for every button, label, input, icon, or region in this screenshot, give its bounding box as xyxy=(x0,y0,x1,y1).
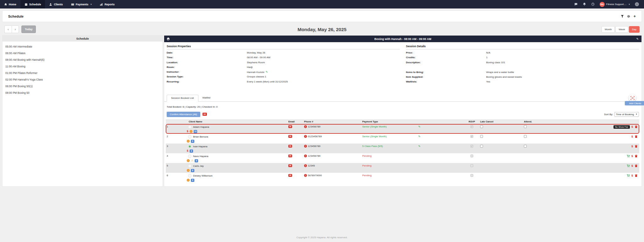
cart-icon[interactable] xyxy=(627,174,630,177)
late-cancel-checkbox[interactable] xyxy=(480,125,483,128)
cart-icon[interactable] xyxy=(627,164,630,167)
session-title: Boxing with Hannah - 08:00 AM - 09:00 AM xyxy=(164,37,641,41)
edit-payment-icon[interactable]: ✎ xyxy=(418,145,421,148)
filter-icon[interactable] xyxy=(621,15,624,18)
sidebar-session-item[interactable]: 06:00 AM Pilates xyxy=(3,50,163,57)
chat-icon[interactable] xyxy=(574,3,578,6)
sidebar-session-item[interactable]: 08:00 AM Boxing with Hannah(6) xyxy=(3,57,163,63)
section-title: Session Details xyxy=(406,45,639,49)
cart-icon[interactable] xyxy=(627,155,630,158)
arrow-circle-icon[interactable]: › xyxy=(635,2,639,6)
add-clients-button[interactable]: Add Clients xyxy=(625,101,644,105)
charge-fee-icon[interactable]: $ xyxy=(631,145,633,148)
alert-badge-icon: ! xyxy=(187,140,190,143)
sidebar-session-item[interactable]: 06:00 PM Boxing 50(1) xyxy=(3,83,163,90)
property-label: Description: xyxy=(406,61,486,64)
session-item-label: 05:00 AM Intermediate xyxy=(5,45,32,48)
barcode-scan-icon[interactable] xyxy=(629,94,636,102)
charge-fee-icon[interactable]: $ xyxy=(631,135,633,138)
tab-waitlist[interactable]: Waitlist xyxy=(198,95,214,102)
view-day-button[interactable]: Day xyxy=(629,26,640,33)
header-email: Email xyxy=(288,120,304,123)
delete-booking-icon[interactable] xyxy=(635,125,638,128)
email-icon[interactable]: ✉ xyxy=(288,155,292,157)
email-icon[interactable]: ✉ xyxy=(288,145,292,148)
delete-booking-icon[interactable] xyxy=(635,145,638,148)
phone-number: 0123456789 xyxy=(308,135,322,138)
property-value: N/A xyxy=(486,51,490,54)
plus-icon[interactable]: + xyxy=(633,15,636,18)
add-clients-group: Add Clients xyxy=(625,94,644,105)
sidebar-session-item[interactable]: 11:00 AM Boxing xyxy=(3,63,163,70)
client-name[interactable]: Brian Benoza xyxy=(193,135,208,138)
attend-checkbox[interactable] xyxy=(524,145,527,148)
view-week-button[interactable]: Week xyxy=(615,26,628,33)
sidebar-session-item[interactable]: 05:00 AM Intermediate xyxy=(3,43,163,50)
session-item-label: 11:00 AM Boxing xyxy=(5,65,25,68)
property-value: Monday, May 26 xyxy=(247,51,265,54)
phone-alert-icon: ! xyxy=(304,174,307,177)
edit-payment-icon[interactable]: ✎ xyxy=(418,135,421,138)
sidebar-session-item[interactable]: 08:00 PM Boxing 50 xyxy=(3,90,163,96)
confirm-attendance-button[interactable]: Confirm Attendance (All) xyxy=(167,112,200,117)
today-button[interactable]: Today xyxy=(21,25,36,33)
section-title: Session Properties xyxy=(167,45,400,49)
sidebar-session-item[interactable]: 02:00 PM Hannah's Yoga Class xyxy=(3,76,163,83)
nav-item-home[interactable]: Home xyxy=(0,0,20,8)
client-status-badges: !0 xyxy=(180,169,288,172)
gear-icon[interactable] xyxy=(627,15,630,18)
schedule-sidebar: Schedule 05:00 AM Intermediate 06:00 AM … xyxy=(2,35,163,187)
nav-item-reports[interactable]: Reports xyxy=(96,0,119,8)
client-name[interactable]: Carlo Jay xyxy=(193,165,204,167)
bell-icon[interactable] xyxy=(583,3,586,6)
clock-icon[interactable] xyxy=(591,3,595,6)
booking-count-badge: 0 xyxy=(191,140,194,143)
client-name[interactable]: Ivan Hapana xyxy=(193,145,207,148)
email-all-icon[interactable]: ✉ xyxy=(203,113,207,116)
late-cancel-checkbox[interactable] xyxy=(480,135,483,138)
property-row: Waitlists: Yes ✎ xyxy=(406,80,639,85)
print-icon[interactable] xyxy=(167,37,170,41)
email-icon[interactable]: ✉ xyxy=(288,164,292,167)
header-phone: Phone # xyxy=(304,120,362,123)
delete-booking-icon[interactable] xyxy=(635,164,638,167)
bar-chart-icon xyxy=(100,3,103,6)
attend-checkbox[interactable] xyxy=(524,135,527,138)
delete-booking-icon[interactable] xyxy=(635,174,638,177)
client-name[interactable]: Navs Hapana xyxy=(193,155,208,158)
view-month-button[interactable]: Month xyxy=(602,26,615,33)
edit-field-icon[interactable]: ✎ xyxy=(266,70,268,74)
user-menu[interactable]: Nm Fitness Support.... ▾ xyxy=(600,2,630,7)
nav-label: Clients xyxy=(54,3,63,6)
sort-by-select[interactable]: Time of Booking ▼ xyxy=(614,112,639,117)
client-status-badges: !0 xyxy=(180,179,288,182)
property-value: Boxing gloves and sweat towels xyxy=(486,76,522,78)
edit-payment-icon[interactable]: ✎ xyxy=(418,125,421,128)
attend-checkbox[interactable] xyxy=(524,125,527,128)
client-name[interactable]: Adam Hapana xyxy=(193,126,209,128)
calendar-toolbar: ‹ › Today Monday, May 26, 2025 Month Wee… xyxy=(2,25,642,34)
next-day-button[interactable]: › xyxy=(12,25,19,33)
email-icon[interactable]: ✉ xyxy=(288,135,292,138)
charge-fee-icon[interactable]: $ xyxy=(631,155,633,158)
edit-session-icon[interactable]: ✎ xyxy=(636,37,639,41)
charge-fee-icon[interactable]: $ xyxy=(631,174,633,177)
nav-item-clients[interactable]: Clients xyxy=(45,0,67,8)
prev-day-button[interactable]: ‹ xyxy=(4,25,12,33)
rsvp-checkbox xyxy=(470,145,473,148)
charge-fee-icon[interactable]: $ xyxy=(631,164,633,167)
delete-booking-icon[interactable] xyxy=(635,135,638,138)
delete-booking-icon[interactable] xyxy=(635,155,638,158)
late-cancel-checkbox[interactable] xyxy=(480,145,483,148)
email-icon[interactable]: ✉ xyxy=(288,125,292,128)
card-icon xyxy=(71,3,74,6)
rsvp-checkbox xyxy=(470,164,473,167)
nav-item-schedule[interactable]: Schedule xyxy=(20,0,45,8)
client-name[interactable]: Dewey Wilkerson xyxy=(193,174,213,177)
nav-item-payments[interactable]: Payments ▾ xyxy=(67,0,96,8)
sidebar-session-item[interactable]: 01:00 PM Pilates Reformer xyxy=(3,70,163,76)
email-icon[interactable]: ✉ xyxy=(288,174,292,177)
chevron-down-icon: ▾ xyxy=(629,3,630,6)
tab-session-booked-list[interactable]: Session Booked List xyxy=(167,95,198,102)
charge-fee-icon[interactable]: $ xyxy=(631,125,633,128)
